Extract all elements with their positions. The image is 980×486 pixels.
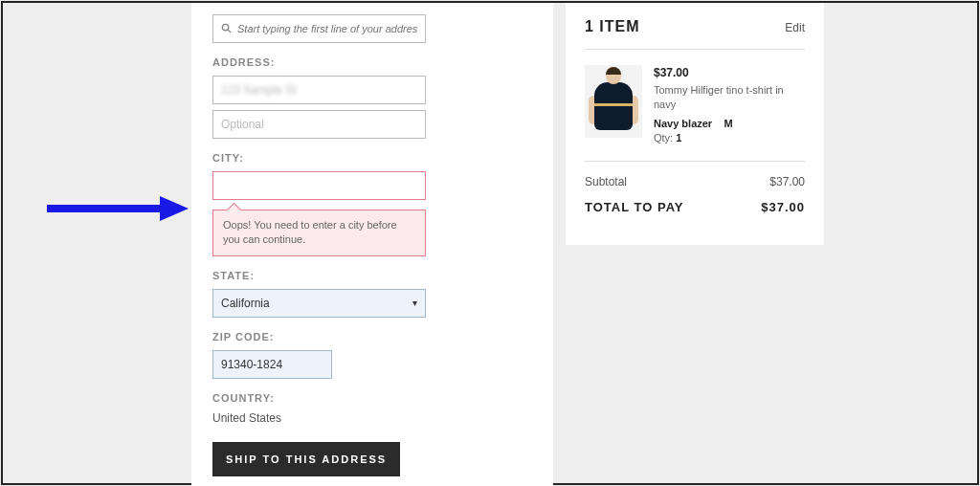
item-qty: 1 — [676, 132, 681, 144]
country-label: COUNTRY: — [212, 392, 532, 404]
address-line1-value: 123 Sample St — [221, 83, 297, 97]
edit-cart-link[interactable]: Edit — [785, 21, 805, 34]
state-value: California — [221, 297, 270, 310]
address-line1-input[interactable]: 123 Sample St — [212, 76, 426, 104]
address-line2-placeholder: Optional — [221, 118, 264, 131]
order-summary: 1 ITEM Edit $37.00 Tommy Hilfiger tino t… — [566, 3, 824, 245]
state-label: STATE: — [212, 270, 532, 281]
city-error-message: Oops! You need to enter a city before yo… — [212, 210, 426, 256]
zip-label: ZIP CODE: — [212, 331, 532, 342]
item-qty-label: Qty: — [654, 132, 673, 144]
zip-input[interactable]: 91340-1824 — [212, 350, 332, 379]
city-input[interactable] — [212, 171, 426, 200]
svg-point-0 — [222, 24, 228, 30]
subtotal-label: Subtotal — [585, 175, 627, 188]
annotation-arrow — [45, 194, 189, 223]
state-select[interactable]: California ▾ — [212, 289, 426, 318]
item-size: M — [724, 118, 732, 129]
address-line2-input[interactable]: Optional — [212, 110, 426, 139]
address-lookup-field[interactable] — [237, 23, 417, 34]
item-color: Navy blazer — [654, 118, 712, 129]
search-icon — [221, 23, 232, 35]
address-label: ADDRESS: — [212, 56, 532, 68]
shipping-form: ADDRESS: 123 Sample St Optional CITY: Oo… — [191, 3, 553, 486]
cart-item: $37.00 Tommy Hilfiger tino t-shirt in na… — [585, 50, 805, 162]
country-value: United States — [212, 411, 532, 425]
svg-marker-3 — [160, 196, 189, 221]
item-name: Tommy Hilfiger tino t-shirt in navy — [654, 83, 805, 113]
summary-heading: 1 ITEM — [585, 18, 640, 35]
city-label: CITY: — [212, 152, 532, 164]
product-thumbnail — [585, 65, 642, 138]
item-price: $37.00 — [654, 65, 805, 81]
svg-line-1 — [228, 29, 231, 32]
total-label: TOTAL TO PAY — [585, 200, 684, 214]
subtotal-value: $37.00 — [769, 175, 805, 188]
address-lookup-input[interactable] — [212, 14, 426, 43]
zip-value: 91340-1824 — [221, 358, 282, 371]
chevron-down-icon: ▾ — [412, 298, 417, 308]
ship-to-address-button[interactable]: SHIP TO THIS ADDRESS — [212, 442, 400, 476]
total-value: $37.00 — [761, 200, 805, 214]
